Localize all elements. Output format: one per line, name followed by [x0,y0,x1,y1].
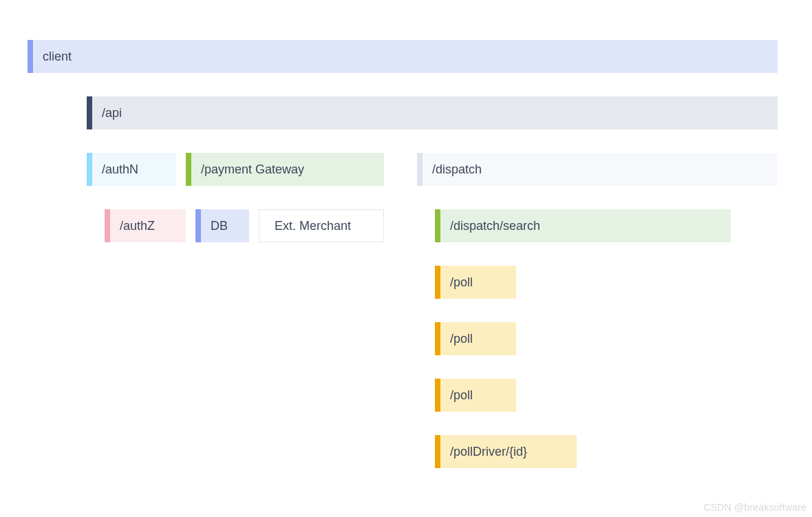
span-stripe [435,266,440,299]
span-stripe [195,209,201,242]
trace-diagram: client /api /authN /payment Gateway /dis… [0,0,812,517]
span-label: /payment Gateway [191,162,304,177]
span-label: Ext. Merchant [265,219,351,233]
span-label: /dispatch [423,162,482,177]
span-label: /dispatch/search [440,219,540,233]
span-stripe [435,209,440,242]
span-stripe [87,153,92,186]
span-stripe [417,153,423,186]
span-stripe [435,379,440,412]
span-poll-3: /poll [435,379,516,412]
span-stripe [28,40,33,73]
span-authz: /authZ [105,209,186,242]
span-stripe [87,96,92,129]
span-stripe [105,209,110,242]
span-db: DB [195,209,249,242]
span-label: /poll [440,388,473,403]
span-label: client [33,50,72,64]
span-label: /poll [440,275,473,290]
span-dispatch-search: /dispatch/search [435,209,731,242]
span-stripe [435,322,440,355]
span-poll-driver: /pollDriver/{id} [435,435,577,468]
span-label: /authZ [110,219,155,233]
span-stripe [259,210,265,242]
span-poll-1: /poll [435,266,516,299]
span-label: /pollDriver/{id} [440,445,527,459]
span-api: /api [87,96,778,129]
span-label: /poll [440,332,473,346]
span-label: DB [201,219,228,233]
span-poll-2: /poll [435,322,516,355]
watermark: CSDN @breaksoftware [703,502,806,513]
span-label: /authN [92,162,138,177]
span-authn: /authN [87,153,176,186]
span-payment-gateway: /payment Gateway [186,153,384,186]
span-label: /api [92,106,122,120]
span-client: client [28,40,778,73]
span-dispatch: /dispatch [417,153,778,186]
span-stripe [435,435,440,468]
span-ext-merchant: Ext. Merchant [259,209,384,242]
span-stripe [186,153,191,186]
